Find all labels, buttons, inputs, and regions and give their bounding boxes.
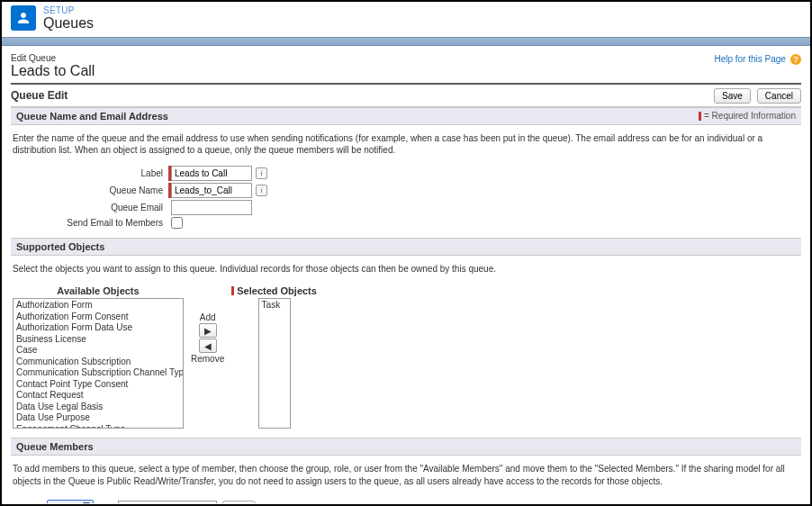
find-button[interactable]: Find: [222, 501, 256, 503]
breadcrumb: Edit Queue: [11, 53, 95, 63]
required-note: = Required Information: [699, 111, 796, 121]
selected-objects-header: Selected Objects: [231, 285, 317, 296]
help-link-wrap[interactable]: Help for this Page ?: [714, 53, 801, 65]
search-type-select[interactable]: Users: [47, 500, 94, 503]
list-item[interactable]: Data Use Purpose: [16, 412, 180, 424]
list-item[interactable]: Authorization Form Data Use: [16, 322, 180, 334]
add-label: Add: [200, 312, 216, 322]
page-title: Queues: [43, 15, 94, 32]
app-header: SETUP Queues: [2, 2, 810, 37]
queue-email-label: Queue Email: [11, 203, 168, 212]
list-item[interactable]: Data Use Legal Basis: [16, 402, 180, 413]
objects-section-help: Select the objects you want to assign to…: [11, 256, 801, 283]
queue-name-input[interactable]: [171, 183, 252, 198]
list-item[interactable]: Authorization Form Consent: [16, 312, 180, 323]
list-item[interactable]: Task: [262, 300, 287, 312]
search-for-input[interactable]: [118, 501, 217, 503]
triangle-left-icon: ◀: [204, 341, 212, 351]
setup-label: SETUP: [43, 5, 94, 15]
content-area: Edit Queue Leads to Call Help for this P…: [2, 46, 810, 503]
list-item[interactable]: Business License: [16, 334, 180, 346]
objects-section-header: Supported Objects: [16, 241, 104, 252]
save-button[interactable]: Save: [714, 88, 751, 104]
info-icon[interactable]: i: [256, 185, 267, 196]
queue-edit-title: Queue Edit: [11, 89, 68, 102]
required-indicator-icon: [231, 286, 234, 295]
list-item[interactable]: Communication Subscription: [16, 357, 180, 368]
available-objects-list[interactable]: Authorization FormAuthorization Form Con…: [13, 298, 184, 429]
info-icon[interactable]: i: [256, 167, 267, 179]
selected-objects-list[interactable]: Task: [258, 298, 291, 429]
list-item[interactable]: Case: [16, 345, 180, 357]
members-section-help: To add members to this queue, select a t…: [11, 456, 801, 494]
add-button[interactable]: ▶: [199, 323, 217, 338]
name-section-help: Enter the name of the queue and the emai…: [11, 125, 801, 164]
members-section-header: Queue Members: [16, 441, 94, 452]
help-link[interactable]: Help for this Page: [714, 54, 786, 64]
triangle-right-icon: ▶: [204, 326, 212, 336]
name-section-header: Queue Name and Email Address: [16, 111, 168, 122]
queue-email-input[interactable]: [171, 200, 252, 215]
required-indicator-icon: [699, 112, 701, 121]
list-item[interactable]: Engagement Channel Type: [16, 424, 180, 429]
send-email-checkbox[interactable]: [171, 217, 183, 229]
help-icon[interactable]: ?: [790, 54, 801, 65]
cancel-button[interactable]: Cancel: [757, 88, 801, 104]
list-item[interactable]: Communication Subscription Channel Type: [16, 367, 180, 379]
queue-name-label: Queue Name: [11, 185, 168, 195]
remove-label: Remove: [191, 354, 224, 364]
label-label: Label: [11, 168, 168, 178]
available-objects-header: Available Objects: [57, 285, 139, 296]
send-email-label: Send Email to Members: [11, 218, 168, 228]
list-item[interactable]: Authorization Form: [16, 300, 180, 312]
separator-band: [2, 37, 810, 46]
list-item[interactable]: Contact Request: [16, 390, 180, 402]
list-item[interactable]: Contact Point Type Consent: [16, 379, 180, 391]
user-icon: [11, 5, 36, 31]
label-input[interactable]: [171, 166, 252, 181]
remove-button[interactable]: ◀: [199, 339, 217, 353]
record-title: Leads to Call: [11, 63, 95, 79]
